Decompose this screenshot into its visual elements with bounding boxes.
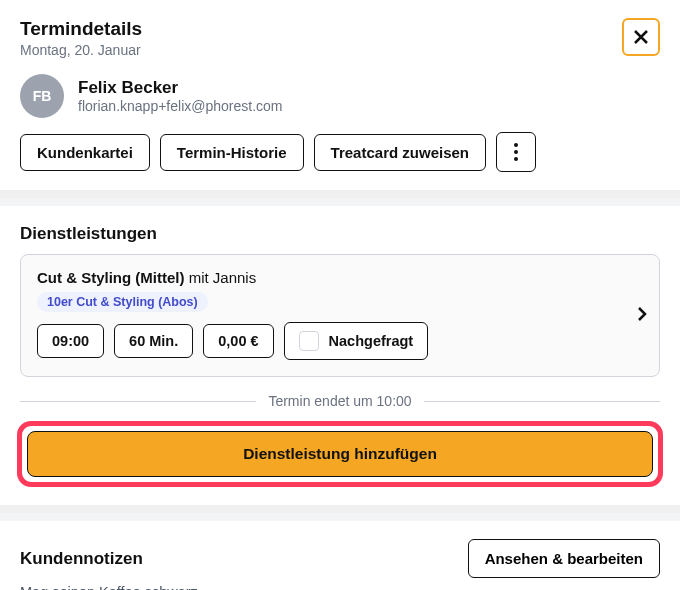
service-expand-button[interactable] [637, 306, 647, 326]
kebab-icon [514, 143, 518, 161]
client-name: Felix Becker [78, 78, 282, 98]
more-actions-button[interactable] [496, 132, 536, 172]
chevron-right-icon [637, 306, 647, 322]
client-row: FB Felix Becker florian.knapp+felix@phor… [20, 74, 660, 118]
time-chip[interactable]: 09:00 [37, 324, 104, 358]
subscription-badge: 10er Cut & Styling (Abos) [37, 292, 208, 312]
avatar: FB [20, 74, 64, 118]
notes-text: Mag seinen Kaffee schwarz [20, 584, 660, 590]
close-icon [634, 30, 648, 44]
notes-heading: Kundennotizen [20, 549, 143, 569]
duration-chip[interactable]: 60 Min. [114, 324, 193, 358]
ends-at-label: Termin endet um 10:00 [268, 393, 411, 409]
price-chip[interactable]: 0,00 € [203, 324, 273, 358]
services-panel: Dienstleistungen Cut & Styling (Mittel) … [0, 206, 680, 505]
header-panel: Termindetails Montag, 20. Januar FB Feli… [0, 0, 680, 190]
assign-treatcard-button[interactable]: Treatcard zuweisen [314, 134, 486, 171]
page-title: Termindetails [20, 18, 142, 40]
appointment-history-button[interactable]: Termin-Historie [160, 134, 304, 171]
service-card[interactable]: Cut & Styling (Mittel) mit Jannis 10er C… [20, 254, 660, 377]
status-checkbox[interactable] [299, 331, 319, 351]
highlight-annotation: Dienstleistung hinzufügen [17, 421, 663, 487]
notes-panel: Kundennotizen Ansehen & bearbeiten Mag s… [0, 521, 680, 590]
close-button[interactable] [622, 18, 660, 56]
service-name: Cut & Styling (Mittel) [37, 269, 184, 286]
appointment-date: Montag, 20. Januar [20, 42, 142, 58]
client-card-button[interactable]: Kundenkartei [20, 134, 150, 171]
add-service-button[interactable]: Dienstleistung hinzufügen [27, 431, 653, 477]
services-heading: Dienstleistungen [20, 224, 660, 244]
view-edit-notes-button[interactable]: Ansehen & bearbeiten [468, 539, 660, 578]
status-chip[interactable]: Nachgefragt [284, 322, 429, 360]
service-staff: mit Jannis [189, 269, 257, 286]
client-email: florian.knapp+felix@phorest.com [78, 98, 282, 114]
status-label: Nachgefragt [329, 333, 414, 349]
